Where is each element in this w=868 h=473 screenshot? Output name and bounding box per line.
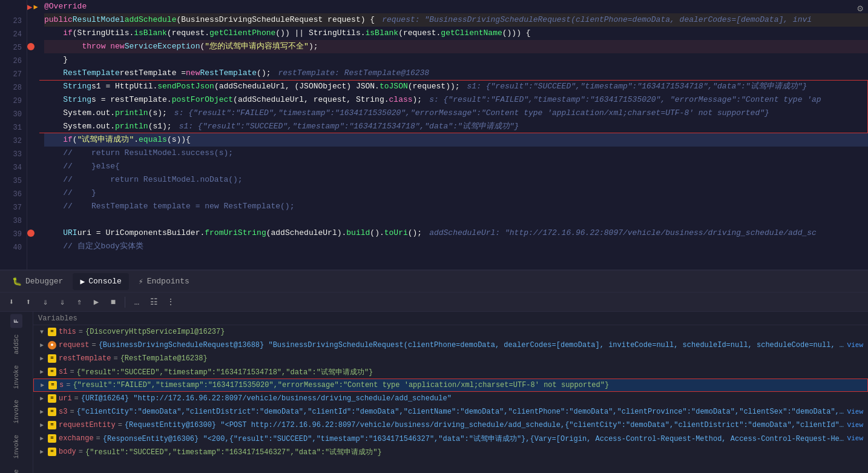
equals-this: = bbox=[79, 328, 83, 336]
code-line: // return ResultModel.noData(); bbox=[44, 173, 868, 187]
expand-icon-s: ► bbox=[39, 382, 46, 389]
more-button[interactable]: … bbox=[130, 296, 143, 309]
frame-label-proce1[interactable]: proce bbox=[10, 465, 22, 473]
tab-console[interactable]: ▶ Console bbox=[73, 273, 128, 290]
variables-content[interactable]: ▼ = this = {DiscoveryHttpServiceImpl@162… bbox=[33, 325, 868, 473]
editor-area: 23 24 25 26 27 28 29 30 31 32 33 34 35 3… bbox=[0, 0, 868, 270]
var-name-resttemplate: restTemplate bbox=[59, 354, 111, 363]
code-line: // } bbox=[44, 187, 868, 200]
tab-endpoints-label: Endpoints bbox=[147, 277, 189, 286]
var-value-request: {BusinessDrivingScheduleRequest@13688} "… bbox=[99, 341, 845, 349]
code-line: throw new ServiceException("您的试驾申请内容填写不全… bbox=[44, 40, 868, 53]
code-line: } bbox=[44, 53, 868, 67]
code-line: System.out.println(s1); s1: {"result":"S… bbox=[44, 120, 868, 133]
frame-label-invoke1[interactable]: invoke bbox=[10, 360, 22, 394]
var-row-uri[interactable]: ► = uri = {URI@16264} "http://172.16.96.… bbox=[33, 392, 868, 405]
var-value-body: {"result":"SUCCEED","timestamp":"1634171… bbox=[85, 447, 863, 457]
var-row-body[interactable]: ► = body = {"result":"SUCCEED","timestam… bbox=[33, 445, 868, 458]
var-name-requestentity: requestEntity bbox=[59, 421, 116, 429]
type-icon-s: = bbox=[48, 381, 57, 389]
equals-body: = bbox=[79, 448, 83, 456]
view-link-request[interactable]: View bbox=[847, 342, 863, 349]
var-row-this[interactable]: ▼ = this = {DiscoveryHttpServiceImpl@162… bbox=[33, 325, 868, 339]
code-line: @Override bbox=[44, 0, 868, 13]
restore-button[interactable]: ⋮ bbox=[164, 296, 177, 309]
frame-label-f[interactable]: F bbox=[10, 314, 22, 328]
expand-icon: ▼ bbox=[38, 329, 45, 336]
code-line: if("试驾申请成功".equals(s)){ bbox=[44, 133, 868, 147]
panel-tabs: 🐛 Debugger ▶ Console ⚡ Endpoints bbox=[0, 271, 868, 293]
equals-resttemplate: = bbox=[113, 354, 117, 363]
code-line bbox=[44, 213, 868, 227]
expand-icon-s1: ► bbox=[38, 369, 45, 375]
type-icon-s1: = bbox=[48, 368, 56, 376]
equals-uri: = bbox=[74, 394, 79, 403]
code-line: public ResultModel addSchedule(BusinessD… bbox=[44, 13, 868, 27]
code-line: // }else{ bbox=[44, 160, 868, 173]
frame-label-addsc[interactable]: addSc bbox=[10, 329, 22, 359]
var-row-s[interactable]: ► = s = {"result":"FAILED","timestamp":"… bbox=[33, 379, 868, 392]
step-into-button[interactable]: ⇓ bbox=[56, 296, 69, 309]
variables-header: Variables bbox=[33, 312, 868, 325]
expand-icon-uri: ► bbox=[38, 395, 45, 402]
type-icon-exchange: = bbox=[48, 434, 56, 443]
tab-endpoints[interactable]: ⚡ Endpoints bbox=[131, 273, 197, 290]
var-name-s1: s1 bbox=[59, 368, 67, 376]
code-lines: @Override public ResultModel addSchedule… bbox=[39, 0, 868, 270]
step-over-button[interactable]: ⇓ bbox=[39, 296, 52, 309]
var-name-request: request bbox=[59, 341, 89, 349]
type-icon-requestentity: = bbox=[48, 421, 56, 429]
step-down-button[interactable]: ⬇ bbox=[5, 296, 18, 309]
code-line: String s1 = HttpUtil.sendPostJson(addSch… bbox=[44, 80, 868, 93]
line-numbers: 23 24 25 26 27 28 29 30 31 32 33 34 35 3… bbox=[0, 0, 27, 270]
table-view-button[interactable]: ☷ bbox=[147, 296, 160, 309]
view-link-exchange[interactable]: View bbox=[847, 435, 863, 442]
resume-button[interactable]: ▶ bbox=[90, 296, 103, 309]
bug-icon: 🐛 bbox=[12, 277, 22, 286]
frame-label-invoke3[interactable]: invoke bbox=[10, 430, 22, 464]
var-name-exchange: exchange bbox=[59, 434, 94, 443]
left-panel: F addSc invoke invoke invoke proce invok… bbox=[0, 312, 33, 473]
equals-s1: = bbox=[70, 368, 74, 376]
console-icon: ▶ bbox=[80, 277, 85, 286]
type-icon-body: = bbox=[48, 448, 56, 456]
var-name-s: s bbox=[59, 381, 64, 389]
var-row-requestentity[interactable]: ► = requestEntity = {RequestEntity@16300… bbox=[33, 418, 868, 432]
toolbar-separator bbox=[125, 297, 125, 308]
var-value-resttemplate: {RestTemplate@16238} bbox=[120, 354, 863, 363]
settings-icon[interactable]: ⚙ bbox=[857, 2, 863, 15]
code-line: if (StringUtils.isBlank(request.getClien… bbox=[44, 27, 868, 40]
tab-console-label: Console bbox=[88, 277, 122, 286]
equals-requestentity: = bbox=[118, 421, 122, 429]
view-link-s3[interactable]: View bbox=[847, 408, 863, 415]
var-row-request[interactable]: ► ● request = {BusinessDrivingScheduleRe… bbox=[33, 339, 868, 352]
var-value-uri: {URI@16264} "http://172.16.96.22:8097/ve… bbox=[81, 394, 863, 403]
var-value-s: {"result":"FAILED","timestamp":"16341715… bbox=[73, 381, 863, 389]
tab-debugger[interactable]: 🐛 Debugger bbox=[5, 273, 70, 290]
var-value-requestentity: {RequestEntity@16300} "<POST http://172.… bbox=[125, 421, 845, 429]
step-up-button[interactable]: ⬆ bbox=[22, 296, 35, 309]
var-row-resttemplate[interactable]: ► = restTemplate = {RestTemplate@16238} bbox=[33, 352, 868, 365]
var-value-this: {DiscoveryHttpServiceImpl@16237} bbox=[85, 328, 863, 336]
frame-label-invoke2[interactable]: invoke bbox=[10, 395, 22, 429]
var-row-s1[interactable]: ► = s1 = {"result":"SUCCEED","timestamp"… bbox=[33, 365, 868, 379]
type-icon-this: = bbox=[48, 328, 56, 336]
var-row-s3[interactable]: ► = s3 = {"clientCity":"demoData","clien… bbox=[33, 405, 868, 418]
equals-s: = bbox=[66, 381, 70, 389]
code-line: // 自定义body实体类 bbox=[44, 240, 868, 253]
var-value-s3: {"clientCity":"demoData","clientDistrict… bbox=[77, 408, 845, 416]
var-row-exchange[interactable]: ► = exchange = {ResponseEntity@16306} "<… bbox=[33, 432, 868, 445]
code-line: System.out.println(s); s: {"result":"FAI… bbox=[44, 107, 868, 120]
equals-s3: = bbox=[70, 408, 74, 416]
expand-icon-resttemplate: ► bbox=[38, 356, 45, 362]
variables-area: F addSc invoke invoke invoke proce invok… bbox=[0, 312, 868, 473]
expand-icon-request: ► bbox=[38, 342, 45, 349]
bottom-panel: 🐛 Debugger ▶ Console ⚡ Endpoints ⬇ ⬆ ⇓ ⇓… bbox=[0, 270, 868, 473]
var-name-s3: s3 bbox=[59, 408, 67, 416]
expand-icon-requestentity: ► bbox=[38, 422, 45, 429]
stop-button[interactable]: ■ bbox=[107, 296, 120, 309]
view-link-requestentity[interactable]: View bbox=[847, 422, 863, 429]
expand-icon-body: ► bbox=[38, 449, 45, 455]
type-icon-s3: = bbox=[48, 408, 56, 416]
step-out-button[interactable]: ⇑ bbox=[73, 296, 86, 309]
